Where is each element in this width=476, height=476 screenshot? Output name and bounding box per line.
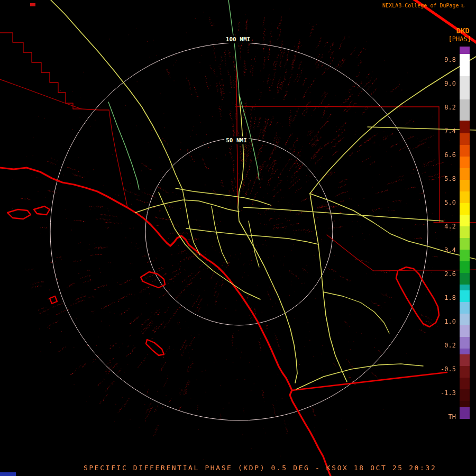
colorbar-tick-label: 4.2 [444, 223, 456, 230]
product-code: DKD [456, 26, 470, 35]
header-logo-glyph: ‰ [462, 3, 464, 8]
colorbar-segment [460, 302, 470, 314]
colorbar-segment [460, 285, 470, 290]
range-ring-inner [145, 138, 333, 325]
road-91 [186, 228, 318, 244]
colorbar-segment [460, 238, 470, 250]
colorbar-segment [460, 250, 470, 261]
mexico-border [292, 372, 447, 390]
road-nw [51, 0, 182, 189]
colorbar-tick-label: 8.2 [444, 104, 456, 111]
radar-display: 100 NMI 50 NMI NEXLAB-College of DuPage … [0, 0, 476, 476]
island-santa-barbara [50, 296, 57, 304]
colorbar-segment [460, 378, 470, 389]
range-ring-label-50nmi: 50 NMI [224, 136, 249, 144]
range-ring-outer [50, 43, 428, 420]
colorbar-segment [460, 226, 470, 238]
colorbar-segment [460, 337, 470, 349]
base-map [0, 0, 476, 476]
colorbar-tick-label: 3.4 [444, 246, 456, 254]
salton-sea [396, 267, 439, 327]
coastline [0, 168, 331, 476]
range-ring-label-100nmi: 100 NMI [224, 35, 252, 43]
road-55 [249, 221, 259, 267]
road-i8 [296, 364, 423, 389]
county-sb-east [439, 107, 440, 223]
road-i15-north [310, 57, 476, 194]
road-110 [182, 189, 200, 255]
county-kern-steps [0, 33, 109, 110]
county-sb-north [236, 106, 439, 107]
colorbar-tick-label: 6.6 [444, 151, 456, 159]
road-210 [176, 188, 271, 205]
road-86 [323, 292, 389, 333]
colorbar-tick-label: 9.8 [444, 56, 456, 63]
colorbar-segment [460, 157, 470, 168]
colorbar-segment [460, 273, 470, 285]
header-title: NEXLAB-College of DuPage [382, 3, 459, 8]
road-i15-south [310, 194, 347, 382]
county-ventura-la [109, 110, 127, 207]
colorbar-segment [460, 191, 470, 203]
colorbar-segment [460, 401, 470, 407]
colorbar-segment [460, 133, 470, 145]
colorbar-segment [460, 354, 470, 366]
island-catalina [141, 272, 165, 288]
colorbar-tick-label: -0.5 [441, 365, 456, 373]
product-unit: [PHAS] [448, 35, 471, 43]
colorbar-tick-label: 7.4 [444, 127, 456, 135]
road-101 [135, 200, 239, 213]
colorbar-tick-label: 5.8 [444, 175, 456, 182]
colorbar-tick-label: -1.3 [441, 389, 456, 397]
header: NEXLAB-College of DuPage ‰ [382, 3, 464, 8]
colorbar-segment [460, 99, 470, 121]
colorbar-segment [460, 203, 470, 215]
colorbar-segment [460, 325, 470, 337]
product-caption: SPECIFIC DIFFERENTIAL PHASE (KDP) 0.5 DE… [84, 464, 436, 472]
colorbar-tick-label: 5.0 [444, 199, 456, 206]
top-left-tick-mark [30, 3, 35, 6]
colorbar-segment [460, 47, 470, 54]
colorbar-segment [460, 314, 470, 325]
colorbar-tick-label: 1.8 [444, 294, 456, 301]
colorbar-segment [460, 76, 470, 99]
bottom-left-blue-bar [0, 472, 16, 476]
colorbar-segment [460, 261, 470, 273]
county-riverside-sd-diag [327, 235, 373, 271]
colorbar-segment [460, 215, 470, 226]
colorbar-segment [460, 54, 470, 76]
colorbar-segment [460, 290, 470, 302]
island-channel-east [34, 206, 50, 215]
road-i10-east [243, 207, 443, 221]
colorbar-tick-label: 1.0 [444, 318, 456, 325]
colorbar-segment [460, 168, 470, 180]
colorbar-segment [460, 180, 470, 191]
island-channel-west [7, 209, 31, 219]
colorbar-threshold-label: TH [448, 413, 456, 420]
road-605 [212, 206, 227, 263]
colorbar [460, 47, 470, 419]
colorbar-tick-label: 0.2 [444, 342, 456, 349]
colorbar-segment [460, 407, 470, 419]
green-line-north [228, 0, 239, 94]
island-san-clemente [146, 340, 164, 355]
colorbar-tick-label: 2.6 [444, 270, 456, 278]
colorbar-segment [460, 145, 470, 157]
colorbar-segment [460, 349, 470, 354]
colorbar-tick-label: 9.0 [444, 80, 456, 87]
road-i405 [159, 193, 260, 299]
colorbar-segment [460, 389, 470, 401]
green-line-west [108, 102, 139, 189]
county-left-diagonal [0, 79, 81, 109]
colorbar-segment [460, 121, 470, 133]
colorbar-segment [460, 366, 470, 378]
